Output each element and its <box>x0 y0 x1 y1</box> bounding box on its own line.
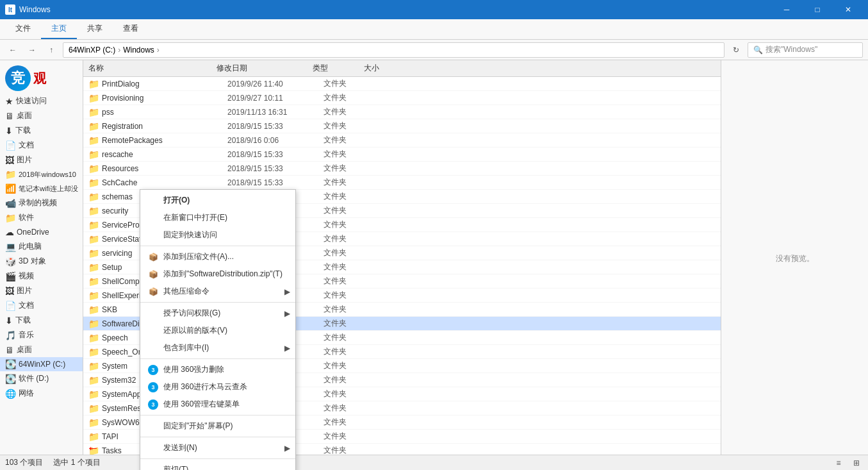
menu-item[interactable]: 固定到"开始"屏幕(P) <box>140 417 295 435</box>
docs-icon: 📄 <box>5 140 16 151</box>
thispc-icon: 💻 <box>5 242 16 252</box>
menu-item[interactable]: 剪切(T) <box>140 461 295 470</box>
sidebar-label-drive-d: 软件 (D:) <box>19 373 49 384</box>
sidebar-item-videos[interactable]: 🎬 视频 <box>0 269 83 283</box>
menu-item[interactable]: 3使用 360管理右键菜单 <box>140 396 295 413</box>
tab-share[interactable]: 共享 <box>77 19 113 39</box>
menu-item[interactable]: 3使用 360进行木马云查杀 <box>140 378 295 396</box>
file-date: 2018/9/15 15:33 <box>227 178 323 187</box>
table-row[interactable]: 📁 pss 2019/11/13 16:31 文件夹 <box>83 105 721 119</box>
folder-icon: 📁 <box>88 206 99 216</box>
sidebar-item-wifi[interactable]: 📶 笔记本wifi连上却没 <box>0 181 83 196</box>
menu-separator <box>140 246 295 246</box>
file-name: Provisioning <box>102 94 227 103</box>
sidebar-item-desktop[interactable]: 🖥 桌面 <box>0 108 83 123</box>
folder-icon: 📁 <box>88 375 99 385</box>
sidebar-item-drive-d[interactable]: 💽 软件 (D:) <box>0 371 83 386</box>
menu-item[interactable]: 3使用 360强力删除 <box>140 361 295 378</box>
file-type: 文件夹 <box>323 78 375 89</box>
menu-item[interactable]: 固定到快速访问 <box>140 226 295 244</box>
header-type[interactable]: 类型 <box>313 63 364 74</box>
menu-item[interactable]: 📦其他压缩命令▶ <box>140 283 295 300</box>
preview-panel: 没有预览。 <box>721 60 868 457</box>
sidebar-item-video-rec[interactable]: 📹 录制的视频 <box>0 196 83 210</box>
up-button[interactable]: ↑ <box>44 42 59 58</box>
sidebar-item-network[interactable]: 🌐 网络 <box>0 386 83 401</box>
sidebar-item-64winxp[interactable]: 💽 64WinXP (C:) <box>0 357 83 371</box>
header-date[interactable]: 修改日期 <box>217 63 313 74</box>
menu-item-label: 发送到(N) <box>163 442 197 453</box>
sidebar-label-quick-access: 快速访问 <box>16 96 47 106</box>
table-row[interactable]: 📁 PrintDialog 2019/9/26 11:40 文件夹 <box>83 77 721 91</box>
sidebar-item-2018[interactable]: 📁 2018年windows10 <box>0 167 83 181</box>
menu-item[interactable]: 📦添加到压缩文件(A)... <box>140 248 295 265</box>
sidebar-item-software[interactable]: 📁 软件 <box>0 210 83 225</box>
minimize-button[interactable]: ─ <box>772 0 801 19</box>
sidebar-item-downloads[interactable]: ⬇ 下载 <box>0 313 83 328</box>
menu-item[interactable]: 还原以前的版本(V) <box>140 322 295 339</box>
menu-360-icon: 3 <box>148 382 158 392</box>
menu-item[interactable]: 发送到(N)▶ <box>140 439 295 457</box>
close-button[interactable]: ✕ <box>833 0 863 19</box>
sidebar-label-music: 音乐 <box>19 330 34 340</box>
sidebar-item-docs[interactable]: 📄 文档 <box>0 138 83 153</box>
sidebar-item-quick-access[interactable]: ★ 快速访问 <box>0 94 83 108</box>
forward-button[interactable]: → <box>24 42 40 58</box>
header-size[interactable]: 大小 <box>364 63 415 74</box>
sidebar-label-docs: 文档 <box>19 140 34 151</box>
sidebar-logo-area: 竞 观 <box>0 63 83 94</box>
table-row[interactable]: 📁 Provisioning 2019/9/27 10:11 文件夹 <box>83 91 721 105</box>
address-path[interactable]: 64WinXP (C:) › Windows › <box>63 42 725 58</box>
status-selected: 选中 1 个项目 <box>53 457 100 468</box>
table-row[interactable]: 📁 SchCache 2018/9/15 15:33 文件夹 <box>83 176 721 190</box>
tab-home[interactable]: 主页 <box>41 19 77 39</box>
folder-icon: 📁 <box>88 234 99 244</box>
table-row[interactable]: 📁 Resources 2018/9/15 15:33 文件夹 <box>83 162 721 176</box>
sidebar-item-thispc[interactable]: 💻 此电脑 <box>0 239 83 254</box>
list-view-button[interactable]: ≡ <box>832 457 845 469</box>
folder-icon: 📁 <box>88 361 99 371</box>
file-type: 文件夹 <box>323 290 375 301</box>
search-box[interactable]: 🔍 搜索"Windows" <box>748 42 863 58</box>
sidebar-item-music[interactable]: 🎵 音乐 <box>0 328 83 342</box>
file-date: 2018/9/15 15:33 <box>227 150 323 159</box>
table-row[interactable]: 📁 RemotePackages 2018/9/16 0:06 文件夹 <box>83 133 721 147</box>
submenu-arrow: ▶ <box>284 344 290 353</box>
breadcrumb-sep2: › <box>157 46 160 55</box>
tab-view[interactable]: 查看 <box>113 19 149 39</box>
sidebar-item-pics[interactable]: 🖼 图片 <box>0 153 83 167</box>
wifi-icon: 📶 <box>5 183 16 194</box>
table-row[interactable]: 📁 rescache 2018/9/15 15:33 文件夹 <box>83 147 721 162</box>
file-type: 文件夹 <box>323 205 375 216</box>
addressbar: ← → ↑ 64WinXP (C:) › Windows › ↻ 🔍 搜索"Wi… <box>0 40 868 60</box>
table-row[interactable]: 📁 Registration 2018/9/15 15:33 文件夹 <box>83 119 721 133</box>
sidebar-item-documents[interactable]: 📄 文档 <box>0 298 83 313</box>
grid-view-button[interactable]: ⊞ <box>850 457 863 469</box>
sidebar-item-3d[interactable]: 🎲 3D 对象 <box>0 254 83 269</box>
menu-item[interactable]: 在新窗口中打开(E) <box>140 209 295 226</box>
sidebar-item-desktop2[interactable]: 🖥 桌面 <box>0 342 83 357</box>
menu-item[interactable]: 打开(O) <box>140 192 295 209</box>
sidebar-item-onedrive[interactable]: ☁ OneDrive <box>0 225 83 239</box>
sidebar-label-documents: 文档 <box>19 300 34 311</box>
tab-file[interactable]: 文件 <box>5 19 41 39</box>
back-button[interactable]: ← <box>5 42 20 58</box>
sidebar-label-thispc: 此电脑 <box>19 241 42 252</box>
refresh-button[interactable]: ↻ <box>728 42 744 58</box>
file-type: 文件夹 <box>323 262 375 273</box>
download-icon: ⬇ <box>5 126 13 136</box>
menu-item-label: 还原以前的版本(V) <box>163 325 227 336</box>
maximize-button[interactable]: □ <box>803 0 832 19</box>
file-name: Resources <box>102 164 227 173</box>
search-icon: 🔍 <box>753 46 763 55</box>
menu-item[interactable]: 包含到库中(I)▶ <box>140 339 295 357</box>
header-name[interactable]: 名称 <box>88 63 217 74</box>
sidebar-label-network: 网络 <box>19 388 34 399</box>
folder-icon: 📁 <box>88 290 99 301</box>
menu-item[interactable]: 📦添加到"SoftwareDistribution.zip"(T) <box>140 265 295 283</box>
menu-item[interactable]: 授予访问权限(G)▶ <box>140 305 295 322</box>
window-title: Windows <box>19 5 772 14</box>
menu-icon <box>148 230 158 240</box>
sidebar-item-download[interactable]: ⬇ 下载 <box>0 123 83 138</box>
sidebar-item-pictures[interactable]: 🖼 图片 <box>0 283 83 298</box>
